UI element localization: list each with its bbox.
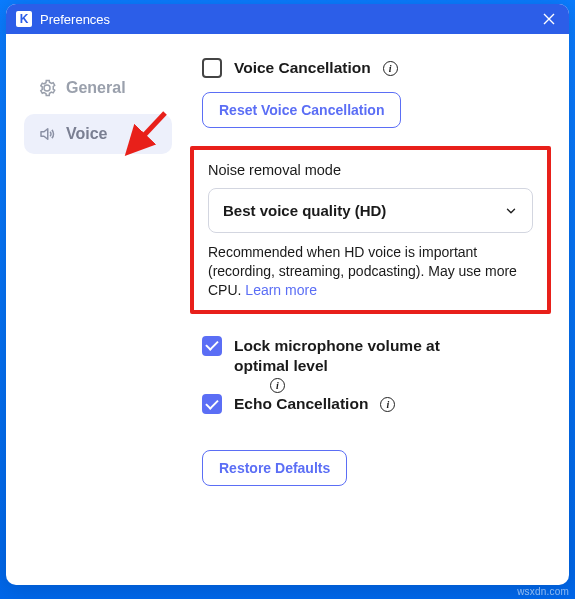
- app-icon: K: [16, 11, 32, 27]
- noise-removal-selected: Best voice quality (HD): [223, 202, 386, 219]
- echo-label: Echo Cancellation: [234, 394, 368, 414]
- restore-defaults-button[interactable]: Restore Defaults: [202, 450, 347, 486]
- watermark: wsxdn.com: [517, 586, 569, 597]
- reset-voice-cancellation-button[interactable]: Reset Voice Cancellation: [202, 92, 401, 128]
- chevron-down-icon: [504, 204, 518, 218]
- sidebar-item-general[interactable]: General: [24, 68, 172, 108]
- lock-mic-row: Lock microphone volume at optimal level …: [202, 336, 549, 376]
- noise-removal-label: Noise removal mode: [208, 162, 533, 178]
- titlebar: K Preferences: [6, 4, 569, 34]
- window-title: Preferences: [40, 12, 539, 27]
- info-icon[interactable]: i: [380, 397, 395, 412]
- echo-checkbox[interactable]: [202, 394, 222, 414]
- sidebar-item-voice[interactable]: Voice: [24, 114, 172, 154]
- lock-mic-label: Lock microphone volume at optimal level: [234, 336, 474, 376]
- settings-panel: Voice Cancellation i Reset Voice Cancell…: [178, 52, 557, 567]
- speaker-icon: [38, 125, 56, 143]
- gear-icon: [38, 79, 56, 97]
- sidebar-item-label: General: [66, 79, 126, 97]
- voice-cancellation-label: Voice Cancellation: [234, 58, 371, 78]
- close-button[interactable]: [539, 9, 559, 29]
- info-icon[interactable]: i: [383, 61, 398, 76]
- noise-removal-select[interactable]: Best voice quality (HD): [208, 188, 533, 233]
- preferences-window: K Preferences General Voice Voice C: [6, 4, 569, 585]
- noise-removal-description: Recommended when HD voice is important (…: [208, 243, 533, 300]
- sidebar-item-label: Voice: [66, 125, 108, 143]
- sidebar: General Voice: [18, 52, 178, 567]
- voice-cancellation-row: Voice Cancellation i: [202, 58, 549, 78]
- noise-removal-section: Noise removal mode Best voice quality (H…: [190, 146, 551, 314]
- info-icon[interactable]: i: [270, 378, 285, 393]
- echo-row: Echo Cancellation i: [202, 394, 549, 414]
- content-area: General Voice Voice Cancellation i Reset…: [6, 34, 569, 585]
- voice-cancellation-checkbox[interactable]: [202, 58, 222, 78]
- learn-more-link[interactable]: Learn more: [245, 282, 317, 298]
- lock-mic-checkbox[interactable]: [202, 336, 222, 356]
- close-icon: [543, 13, 555, 25]
